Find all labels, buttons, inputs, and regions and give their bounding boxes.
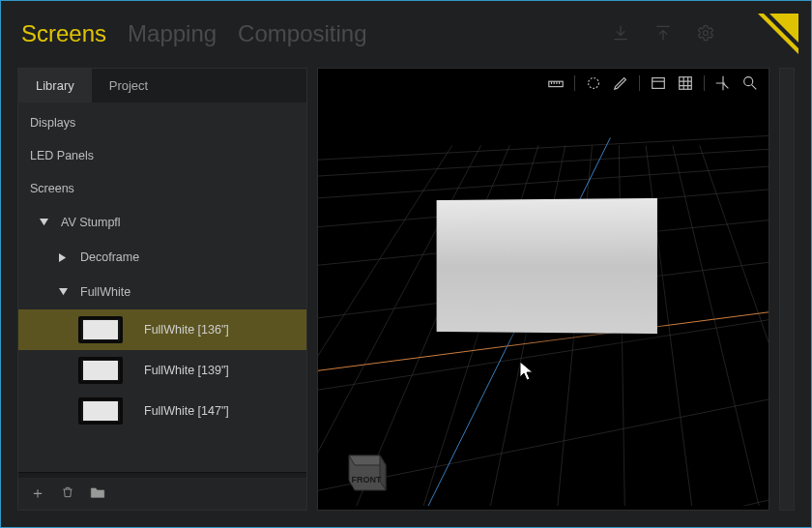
tree-item-fullwhite-136[interactable]: FullWhite [136"] — [18, 309, 306, 350]
svg-text:FRONT: FRONT — [352, 475, 382, 484]
svg-rect-9 — [652, 78, 665, 89]
svg-line-20 — [318, 500, 768, 506]
library-tree: Displays LED Panels Screens AV Stumpfl D… — [18, 103, 306, 472]
tree-section-displays[interactable]: Displays — [18, 106, 306, 139]
svg-marker-37 — [520, 362, 533, 380]
svg-line-14 — [318, 166, 768, 198]
screen-thumbnail — [78, 316, 123, 343]
main-tabs: Screens Mapping Compositing — [21, 20, 367, 47]
download-icon[interactable] — [611, 23, 630, 45]
tree-vendor-av-stumpfl[interactable]: AV Stumpfl — [18, 205, 306, 240]
tree-node-fullwhite[interactable]: FullWhite — [18, 275, 306, 309]
orientation-cube[interactable]: FRONT — [337, 442, 392, 496]
grid-icon[interactable] — [677, 74, 694, 92]
svg-point-8 — [589, 78, 599, 89]
tree-label: FullWhite — [80, 285, 130, 299]
screen-thumbnail — [78, 397, 123, 425]
tab-screens[interactable]: Screens — [21, 20, 106, 47]
library-panel: Library Project Displays LED Panels Scre… — [17, 68, 307, 511]
pencil-icon[interactable] — [612, 74, 629, 92]
chevron-right-icon — [57, 253, 69, 262]
tree-item-label: FullWhite [147"] — [144, 404, 229, 418]
upload-icon[interactable] — [653, 23, 673, 45]
tree-item-label: FullWhite [139"] — [144, 364, 229, 377]
axis-icon[interactable] — [714, 74, 732, 92]
svg-line-12 — [318, 135, 768, 160]
svg-marker-4 — [40, 219, 48, 225]
mouse-cursor — [519, 361, 536, 382]
add-icon[interactable]: ＋ — [30, 484, 45, 504]
svg-marker-6 — [59, 288, 68, 295]
trash-icon[interactable] — [61, 485, 74, 502]
svg-line-29 — [673, 145, 759, 506]
tree-item-fullwhite-139[interactable]: FullWhite [139"] — [18, 350, 306, 391]
panel-tab-project[interactable]: Project — [92, 69, 165, 103]
panel-tab-library[interactable]: Library — [18, 69, 92, 103]
scene-object-screen[interactable] — [437, 198, 657, 334]
svg-rect-10 — [680, 77, 692, 90]
viewport-toolbar — [547, 74, 759, 92]
tab-mapping[interactable]: Mapping — [128, 20, 217, 47]
tree-item-fullwhite-147[interactable]: FullWhite [147"] — [18, 391, 306, 431]
app-logo — [758, 14, 798, 54]
folder-icon[interactable] — [90, 485, 105, 502]
window-icon[interactable] — [650, 74, 667, 92]
svg-point-11 — [744, 77, 753, 86]
tree-label: Decoframe — [80, 250, 139, 264]
tree-section-screens[interactable]: Screens — [18, 172, 306, 205]
viewport-3d[interactable]: FRONT — [317, 68, 769, 511]
svg-point-0 — [704, 30, 709, 35]
ruler-icon[interactable] — [547, 74, 565, 92]
screen-thumbnail — [78, 357, 123, 384]
right-panel-collapsed[interactable] — [779, 68, 795, 511]
chevron-down-icon — [57, 288, 69, 297]
snap-icon[interactable] — [585, 74, 602, 92]
tab-compositing[interactable]: Compositing — [238, 20, 366, 47]
tree-label: AV Stumpfl — [61, 216, 121, 229]
gear-icon[interactable] — [696, 23, 715, 45]
chevron-down-icon — [38, 219, 49, 227]
zoom-icon[interactable] — [741, 74, 759, 92]
svg-line-13 — [318, 149, 768, 176]
tree-item-label: FullWhite [136"] — [144, 323, 229, 337]
svg-line-30 — [700, 145, 768, 506]
svg-marker-5 — [59, 253, 66, 262]
tree-node-decoframe[interactable]: Decoframe — [18, 240, 306, 275]
tree-section-led-panels[interactable]: LED Panels — [18, 139, 306, 172]
